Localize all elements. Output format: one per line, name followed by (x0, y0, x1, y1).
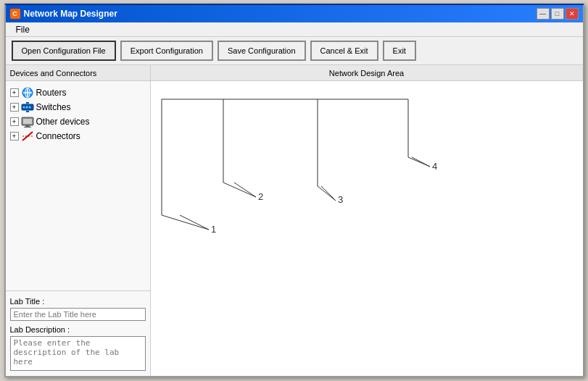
cancel-exit-button[interactable]: Cancel & Exit (310, 41, 378, 61)
devices-panel-header: Devices and Connectors (6, 65, 150, 81)
expand-connectors-icon[interactable]: + (10, 132, 19, 141)
title-bar: C Network Map Designer — □ ✕ (6, 5, 583, 22)
devices-header-label: Devices and Connectors (10, 69, 97, 78)
design-area-header: Network Design Area (151, 65, 583, 81)
svg-text:2: 2 (258, 191, 263, 202)
left-panel: Devices and Connectors + Routers (6, 65, 151, 376)
tree-item-switches[interactable]: + Switches (9, 100, 147, 114)
lab-description-input[interactable] (10, 336, 146, 371)
menu-file[interactable]: File (12, 24, 34, 35)
menu-bar: File (6, 22, 583, 37)
design-area-label: Network Design Area (329, 69, 404, 78)
other-devices-icon (21, 116, 34, 127)
svg-line-18 (234, 183, 256, 197)
main-window: C Network Map Designer — □ ✕ File Open C… (4, 4, 584, 377)
svg-rect-12 (25, 125, 30, 127)
title-bar-left: C Network Map Designer (10, 9, 117, 19)
svg-rect-8 (26, 102, 29, 104)
right-panel: Network Design Area 1 2 3 4 (151, 65, 583, 376)
svg-text:4: 4 (432, 161, 437, 172)
svg-point-6 (25, 106, 28, 109)
open-config-button[interactable]: Open Configuration File (12, 41, 116, 61)
switches-label: Switches (36, 102, 71, 112)
other-devices-label: Other devices (36, 117, 90, 127)
svg-point-7 (28, 106, 30, 109)
switch-icon (21, 101, 34, 113)
tree-item-routers[interactable]: + Routers (9, 85, 147, 100)
toolbar: Open Configuration File Export Configura… (6, 37, 583, 65)
app-icon: C (10, 9, 20, 19)
lab-title-input[interactable] (10, 308, 146, 321)
lab-title-label: Lab Title : (10, 297, 146, 306)
annotation-svg: 1 2 3 4 (151, 81, 583, 376)
expand-routers-icon[interactable]: + (10, 88, 19, 97)
window-title: Network Map Designer (24, 9, 117, 19)
minimize-button[interactable]: — (537, 8, 550, 20)
svg-line-25 (162, 215, 209, 230)
svg-line-31 (408, 157, 430, 167)
connectors-icon (21, 130, 34, 142)
main-area: Devices and Connectors + Routers (6, 65, 583, 376)
svg-line-22 (412, 157, 430, 167)
svg-line-20 (321, 186, 336, 201)
routers-label: Routers (36, 88, 67, 98)
svg-text:3: 3 (338, 194, 343, 205)
exit-button[interactable]: Exit (383, 41, 416, 61)
svg-point-5 (22, 106, 25, 109)
svg-rect-11 (23, 119, 32, 124)
svg-line-27 (223, 183, 256, 197)
title-controls: — □ ✕ (537, 8, 579, 20)
connectors-label: Connectors (36, 131, 80, 141)
router-icon (21, 87, 34, 99)
lab-desc-label: Lab Description : (10, 325, 146, 334)
svg-rect-13 (24, 127, 31, 127)
expand-other-icon[interactable]: + (10, 117, 19, 126)
svg-line-29 (318, 186, 336, 201)
svg-rect-9 (26, 111, 29, 112)
expand-switches-icon[interactable]: + (10, 103, 19, 112)
svg-line-14 (22, 132, 33, 141)
tree-item-connectors[interactable]: + Connectors (9, 129, 147, 143)
save-config-button[interactable]: Save Configuration (218, 41, 306, 61)
svg-line-16 (180, 215, 209, 230)
tree-item-other-devices[interactable]: + Other devices (9, 114, 147, 129)
lab-section: Lab Title : Lab Description : (6, 291, 150, 376)
export-config-button[interactable]: Export Configuration (120, 41, 213, 61)
close-button[interactable]: ✕ (566, 8, 579, 20)
device-tree: + Routers + (6, 81, 150, 291)
design-canvas[interactable]: 1 2 3 4 (151, 81, 583, 376)
maximize-button[interactable]: □ (551, 8, 564, 20)
svg-text:1: 1 (211, 224, 216, 235)
